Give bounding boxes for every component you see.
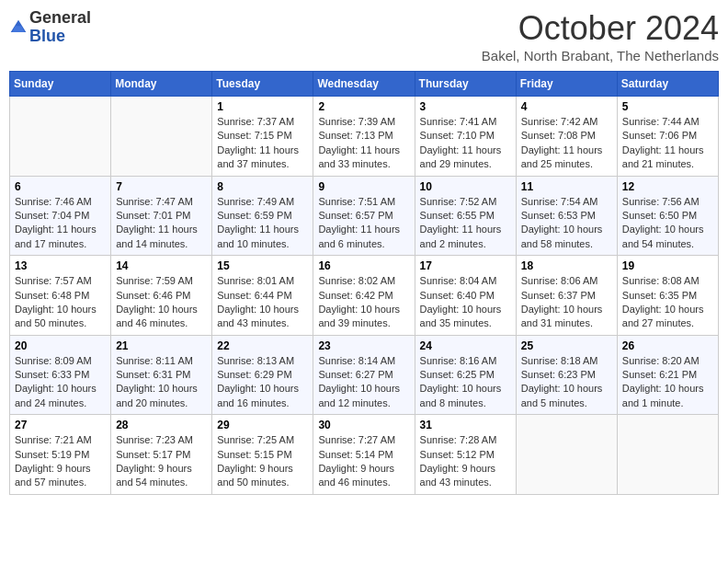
- day-number: 2: [318, 100, 409, 113]
- day-number: 24: [420, 339, 511, 352]
- calendar-cell: [516, 415, 617, 495]
- day-info: Sunrise: 7:23 AM Sunset: 5:17 PM Dayligh…: [116, 433, 207, 490]
- calendar-cell: 2Sunrise: 7:39 AM Sunset: 7:13 PM Daylig…: [313, 97, 415, 177]
- calendar-cell: 22Sunrise: 8:13 AM Sunset: 6:29 PM Dayli…: [212, 335, 313, 415]
- day-number: 20: [15, 339, 106, 352]
- day-number: 18: [521, 259, 612, 272]
- logo: General Blue: [9, 9, 91, 46]
- calendar-cell: 17Sunrise: 8:04 AM Sunset: 6:40 PM Dayli…: [415, 256, 516, 336]
- day-info: Sunrise: 7:47 AM Sunset: 7:01 PM Dayligh…: [116, 195, 207, 252]
- day-header-friday: Friday: [516, 72, 617, 97]
- calendar-week-row: 20Sunrise: 8:09 AM Sunset: 6:33 PM Dayli…: [10, 335, 719, 415]
- calendar-cell: 29Sunrise: 7:25 AM Sunset: 5:15 PM Dayli…: [212, 415, 313, 495]
- day-number: 21: [116, 339, 207, 352]
- day-info: Sunrise: 7:59 AM Sunset: 6:46 PM Dayligh…: [116, 274, 207, 331]
- day-number: 1: [217, 100, 308, 113]
- calendar-cell: 12Sunrise: 7:56 AM Sunset: 6:50 PM Dayli…: [617, 176, 718, 256]
- month-title: October 2024: [482, 9, 719, 48]
- calendar-table: SundayMondayTuesdayWednesdayThursdayFrid…: [9, 71, 719, 495]
- day-info: Sunrise: 8:08 AM Sunset: 6:35 PM Dayligh…: [622, 274, 713, 331]
- logo-blue-text: Blue: [29, 27, 65, 45]
- day-number: 19: [622, 259, 713, 272]
- day-number: 26: [622, 339, 713, 352]
- location-subtitle: Bakel, North Brabant, The Netherlands: [482, 48, 719, 63]
- calendar-cell: [617, 415, 718, 495]
- day-number: 8: [217, 180, 308, 193]
- day-info: Sunrise: 8:11 AM Sunset: 6:31 PM Dayligh…: [116, 354, 207, 411]
- day-number: 11: [521, 180, 612, 193]
- calendar-cell: 1Sunrise: 7:37 AM Sunset: 7:15 PM Daylig…: [212, 97, 313, 177]
- title-block: October 2024 Bakel, North Brabant, The N…: [482, 9, 719, 63]
- day-number: 5: [622, 100, 713, 113]
- calendar-cell: 9Sunrise: 7:51 AM Sunset: 6:57 PM Daylig…: [313, 176, 415, 256]
- day-number: 7: [116, 180, 207, 193]
- calendar-cell: 7Sunrise: 7:47 AM Sunset: 7:01 PM Daylig…: [111, 176, 212, 256]
- day-info: Sunrise: 8:16 AM Sunset: 6:25 PM Dayligh…: [420, 354, 511, 411]
- calendar-cell: 3Sunrise: 7:41 AM Sunset: 7:10 PM Daylig…: [415, 97, 516, 177]
- day-number: 22: [217, 339, 308, 352]
- day-info: Sunrise: 8:04 AM Sunset: 6:40 PM Dayligh…: [420, 274, 511, 331]
- day-info: Sunrise: 7:46 AM Sunset: 7:04 PM Dayligh…: [15, 195, 106, 252]
- day-info: Sunrise: 8:01 AM Sunset: 6:44 PM Dayligh…: [217, 274, 308, 331]
- calendar-cell: 16Sunrise: 8:02 AM Sunset: 6:42 PM Dayli…: [313, 256, 415, 336]
- day-header-monday: Monday: [111, 72, 212, 97]
- day-info: Sunrise: 7:52 AM Sunset: 6:55 PM Dayligh…: [420, 195, 511, 252]
- day-info: Sunrise: 8:06 AM Sunset: 6:37 PM Dayligh…: [521, 274, 612, 331]
- day-info: Sunrise: 7:39 AM Sunset: 7:13 PM Dayligh…: [318, 115, 409, 172]
- day-number: 14: [116, 259, 207, 272]
- day-number: 12: [622, 180, 713, 193]
- calendar-cell: 5Sunrise: 7:44 AM Sunset: 7:06 PM Daylig…: [617, 97, 718, 177]
- day-info: Sunrise: 7:27 AM Sunset: 5:14 PM Dayligh…: [318, 433, 409, 490]
- calendar-cell: 24Sunrise: 8:16 AM Sunset: 6:25 PM Dayli…: [415, 335, 516, 415]
- calendar-cell: 20Sunrise: 8:09 AM Sunset: 6:33 PM Dayli…: [10, 335, 111, 415]
- day-info: Sunrise: 7:28 AM Sunset: 5:12 PM Dayligh…: [420, 433, 511, 490]
- calendar-cell: 30Sunrise: 7:27 AM Sunset: 5:14 PM Dayli…: [313, 415, 415, 495]
- calendar-cell: 6Sunrise: 7:46 AM Sunset: 7:04 PM Daylig…: [10, 176, 111, 256]
- day-header-sunday: Sunday: [10, 72, 111, 97]
- calendar-cell: 31Sunrise: 7:28 AM Sunset: 5:12 PM Dayli…: [415, 415, 516, 495]
- day-info: Sunrise: 8:13 AM Sunset: 6:29 PM Dayligh…: [217, 354, 308, 411]
- day-header-wednesday: Wednesday: [313, 72, 415, 97]
- day-number: 4: [521, 100, 612, 113]
- calendar-cell: 28Sunrise: 7:23 AM Sunset: 5:17 PM Dayli…: [111, 415, 212, 495]
- day-number: 10: [420, 180, 511, 193]
- calendar-cell: 21Sunrise: 8:11 AM Sunset: 6:31 PM Dayli…: [111, 335, 212, 415]
- day-info: Sunrise: 7:49 AM Sunset: 6:59 PM Dayligh…: [217, 195, 308, 252]
- calendar-cell: 19Sunrise: 8:08 AM Sunset: 6:35 PM Dayli…: [617, 256, 718, 336]
- calendar-cell: 23Sunrise: 8:14 AM Sunset: 6:27 PM Dayli…: [313, 335, 415, 415]
- calendar-cell: 27Sunrise: 7:21 AM Sunset: 5:19 PM Dayli…: [10, 415, 111, 495]
- day-header-saturday: Saturday: [617, 72, 718, 97]
- calendar-cell: 25Sunrise: 8:18 AM Sunset: 6:23 PM Dayli…: [516, 335, 617, 415]
- day-info: Sunrise: 8:09 AM Sunset: 6:33 PM Dayligh…: [15, 354, 106, 411]
- day-info: Sunrise: 7:51 AM Sunset: 6:57 PM Dayligh…: [318, 195, 409, 252]
- calendar-cell: 13Sunrise: 7:57 AM Sunset: 6:48 PM Dayli…: [10, 256, 111, 336]
- day-info: Sunrise: 7:41 AM Sunset: 7:10 PM Dayligh…: [420, 115, 511, 172]
- day-info: Sunrise: 7:57 AM Sunset: 6:48 PM Dayligh…: [15, 274, 106, 331]
- day-info: Sunrise: 7:54 AM Sunset: 6:53 PM Dayligh…: [521, 195, 612, 252]
- day-number: 17: [420, 259, 511, 272]
- page-header: General Blue October 2024 Bakel, North B…: [9, 9, 719, 63]
- day-number: 16: [318, 259, 409, 272]
- logo-icon: [9, 18, 28, 37]
- day-info: Sunrise: 7:42 AM Sunset: 7:08 PM Dayligh…: [521, 115, 612, 172]
- calendar-cell: 11Sunrise: 7:54 AM Sunset: 6:53 PM Dayli…: [516, 176, 617, 256]
- day-number: 23: [318, 339, 409, 352]
- day-header-tuesday: Tuesday: [212, 72, 313, 97]
- day-info: Sunrise: 7:21 AM Sunset: 5:19 PM Dayligh…: [15, 433, 106, 490]
- day-info: Sunrise: 7:25 AM Sunset: 5:15 PM Dayligh…: [217, 433, 308, 490]
- logo-general-text: General: [29, 8, 91, 27]
- day-info: Sunrise: 8:18 AM Sunset: 6:23 PM Dayligh…: [521, 354, 612, 411]
- day-info: Sunrise: 7:44 AM Sunset: 7:06 PM Dayligh…: [622, 115, 713, 172]
- calendar-cell: [10, 97, 111, 177]
- calendar-cell: [111, 97, 212, 177]
- calendar-week-row: 27Sunrise: 7:21 AM Sunset: 5:19 PM Dayli…: [10, 415, 719, 495]
- day-info: Sunrise: 8:14 AM Sunset: 6:27 PM Dayligh…: [318, 354, 409, 411]
- day-number: 29: [217, 419, 308, 431]
- calendar-week-row: 6Sunrise: 7:46 AM Sunset: 7:04 PM Daylig…: [10, 176, 719, 256]
- day-number: 15: [217, 259, 308, 272]
- day-number: 3: [420, 100, 511, 113]
- calendar-week-row: 13Sunrise: 7:57 AM Sunset: 6:48 PM Dayli…: [10, 256, 719, 336]
- calendar-cell: 18Sunrise: 8:06 AM Sunset: 6:37 PM Dayli…: [516, 256, 617, 336]
- day-number: 31: [420, 419, 511, 431]
- calendar-cell: 8Sunrise: 7:49 AM Sunset: 6:59 PM Daylig…: [212, 176, 313, 256]
